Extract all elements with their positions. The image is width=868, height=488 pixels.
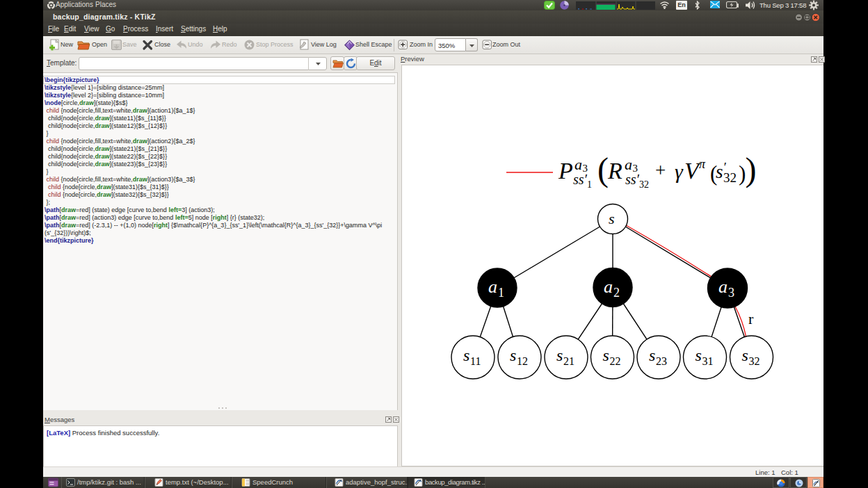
svg-text:s: s: [649, 346, 655, 364]
svg-text:s: s: [463, 346, 469, 364]
svg-text:3: 3: [728, 286, 734, 300]
svg-text:s: s: [696, 346, 702, 364]
svg-text:11: 11: [470, 355, 481, 367]
svg-text:γ: γ: [675, 160, 684, 183]
svg-text:ss′: ss′: [573, 172, 588, 187]
svg-text:π: π: [699, 157, 706, 171]
svg-text:s: s: [510, 346, 516, 364]
svg-text:a: a: [625, 156, 632, 173]
svg-text:s: s: [556, 346, 563, 364]
svg-text:32: 32: [723, 170, 737, 185]
svg-text:+: +: [655, 160, 666, 181]
svg-text:a: a: [604, 277, 613, 297]
svg-text:23: 23: [656, 355, 667, 367]
svg-text:1: 1: [587, 179, 592, 190]
svg-text:a: a: [574, 156, 582, 173]
svg-text:R: R: [607, 158, 622, 184]
svg-text:s: s: [603, 346, 609, 364]
svg-text:r: r: [748, 310, 754, 327]
svg-text:1: 1: [498, 286, 504, 300]
svg-text:): ): [746, 151, 757, 188]
svg-text:ss′: ss′: [625, 172, 640, 187]
svg-text:s: s: [716, 161, 723, 182]
svg-text:32: 32: [749, 355, 760, 367]
svg-text:12: 12: [517, 355, 528, 367]
svg-text:32: 32: [639, 179, 649, 190]
svg-text:2: 2: [613, 286, 620, 300]
svg-text:s: s: [742, 346, 748, 364]
svg-text:22: 22: [610, 355, 621, 367]
svg-text:a: a: [718, 277, 728, 297]
svg-text:31: 31: [702, 355, 714, 367]
svg-text:s: s: [609, 210, 615, 227]
svg-text:21: 21: [563, 355, 574, 367]
svg-text:a: a: [488, 277, 497, 297]
svg-text:P: P: [558, 158, 573, 184]
svg-text:(: (: [597, 151, 609, 188]
